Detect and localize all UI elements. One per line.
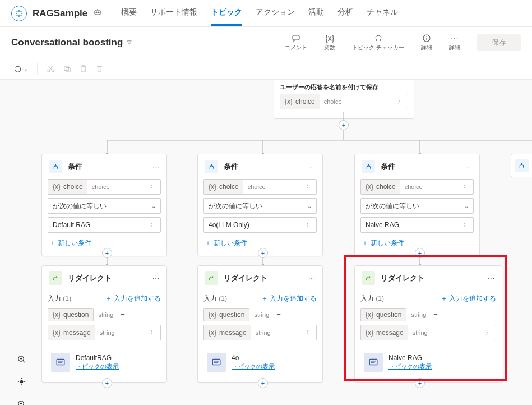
nav-support[interactable]: サポート情報 bbox=[150, 1, 197, 26]
nav-topics[interactable]: トピック bbox=[211, 1, 242, 26]
zoom-in-button[interactable] bbox=[12, 348, 30, 370]
topic-checker-button[interactable]: トピック チェッカー bbox=[352, 34, 404, 52]
svg-point-5 bbox=[48, 70, 50, 72]
save-button[interactable]: 保存 bbox=[477, 34, 521, 51]
topic-icon bbox=[51, 353, 70, 372]
zoom-out-button[interactable] bbox=[12, 393, 30, 405]
fit-button[interactable] bbox=[12, 370, 30, 393]
checker-label: トピック チェッカー bbox=[352, 44, 404, 52]
subheader-tools: コメント {x} 変数 トピック チェッカー 詳細 ··· 詳細 保存 bbox=[285, 34, 521, 52]
input-variable[interactable]: {x}question bbox=[360, 308, 406, 321]
svg-point-6 bbox=[52, 70, 54, 72]
nav-actions[interactable]: アクション bbox=[256, 1, 295, 26]
branch-icon bbox=[205, 160, 218, 173]
condition-value[interactable]: 4o(LLM Only)〉 bbox=[203, 217, 317, 233]
node-more-icon[interactable]: ··· bbox=[488, 274, 495, 282]
node-more-icon[interactable]: ··· bbox=[308, 163, 316, 171]
input-value[interactable]: {x}messagestring〉 bbox=[48, 325, 161, 340]
variable-icon: {x} bbox=[285, 98, 293, 105]
svg-rect-7 bbox=[64, 66, 69, 71]
condition-operator[interactable]: が次の値に等しい⌄ bbox=[48, 198, 161, 214]
main-nav: 概要 サポート情報 トピック アクション 活動 分析 チャネル bbox=[121, 1, 398, 26]
delete-button[interactable] bbox=[93, 62, 106, 75]
flow-canvas[interactable]: ユーザーの応答を名前を付けて保存 {x}choice choice 〉 + + … bbox=[0, 80, 532, 405]
add-node-button[interactable]: + bbox=[339, 120, 349, 130]
redirect-node-3[interactable]: リダイレクト ··· 入力 (1)＋入力を追加する {x}questionstr… bbox=[354, 265, 502, 383]
comments-button[interactable]: コメント bbox=[285, 34, 307, 52]
details-button-2[interactable]: ··· 詳細 bbox=[449, 34, 460, 52]
nav-overview[interactable]: 概要 bbox=[121, 1, 137, 26]
target-name: DefaultRAG bbox=[76, 354, 119, 362]
condition-variable[interactable]: {x}choicechoice〉 bbox=[203, 179, 317, 195]
redirect-node-1[interactable]: リダイレクト ··· 入力 (1)＋入力を追加する {x}questionstr… bbox=[41, 265, 167, 383]
bot-icon[interactable] bbox=[93, 8, 102, 19]
redirect-icon bbox=[205, 271, 218, 285]
condition-node-extra[interactable] bbox=[511, 154, 532, 177]
svg-point-1 bbox=[96, 12, 97, 13]
target-name: 4o bbox=[232, 354, 275, 362]
cut-button[interactable] bbox=[44, 62, 57, 75]
input-variable[interactable]: {x}question bbox=[203, 308, 249, 321]
svg-rect-9 bbox=[81, 66, 86, 72]
condition-value[interactable]: Default RAG〉 bbox=[48, 217, 161, 233]
redirect-target[interactable]: DefaultRAGトピックの表示 bbox=[48, 348, 161, 376]
target-name: Naive RAG bbox=[388, 354, 432, 362]
add-node-button[interactable]: + bbox=[102, 248, 112, 258]
node-title: リダイレクト bbox=[68, 273, 147, 283]
details-button-1[interactable]: 詳細 bbox=[421, 34, 432, 52]
save-user-variable[interactable]: {x}choice choice 〉 bbox=[280, 94, 408, 109]
add-node-button[interactable]: + bbox=[415, 378, 425, 388]
add-input-button[interactable]: ＋入力を追加する bbox=[441, 294, 496, 303]
input-value[interactable]: {x}messagestring〉 bbox=[203, 325, 317, 340]
redirect-target[interactable]: 4oトピックの表示 bbox=[203, 348, 317, 376]
condition-value[interactable]: Naive RAG〉 bbox=[360, 217, 474, 233]
add-input-button[interactable]: ＋入力を追加する bbox=[261, 294, 317, 303]
condition-node-1[interactable]: 条件 ··· {x}choicechoice〉 が次の値に等しい⌄ Defaul… bbox=[41, 154, 167, 256]
app-icon bbox=[11, 6, 27, 21]
show-topic-link[interactable]: トピックの表示 bbox=[76, 363, 119, 370]
redirect-icon bbox=[362, 271, 375, 285]
condition-variable[interactable]: {x}choicechoice〉 bbox=[360, 179, 474, 195]
node-more-icon[interactable]: ··· bbox=[152, 163, 160, 171]
node-title: 条件 bbox=[68, 162, 147, 172]
var-type: choice bbox=[324, 98, 342, 105]
svg-rect-8 bbox=[66, 68, 71, 72]
save-user-response-node[interactable]: ユーザーの応答を名前を付けて保存 {x}choice choice 〉 bbox=[274, 80, 414, 119]
copy-button[interactable] bbox=[61, 62, 73, 75]
add-node-button[interactable]: + bbox=[258, 248, 268, 258]
node-more-icon[interactable]: ··· bbox=[308, 274, 316, 282]
add-node-button[interactable]: + bbox=[415, 248, 425, 258]
condition-node-3[interactable]: 条件 ··· {x}choicechoice〉 が次の値に等しい⌄ Naive … bbox=[354, 154, 480, 256]
add-node-button[interactable]: + bbox=[258, 378, 268, 388]
var-name: choice bbox=[295, 98, 315, 105]
input-value[interactable]: {x}messagestring〉 bbox=[360, 325, 496, 340]
condition-operator[interactable]: が次の値に等しい⌄ bbox=[360, 198, 474, 214]
node-title: リダイレクト bbox=[224, 273, 303, 283]
input-variable[interactable]: {x}question bbox=[48, 308, 94, 321]
paste-button[interactable] bbox=[77, 62, 90, 75]
nav-analytics[interactable]: 分析 bbox=[337, 1, 353, 26]
add-node-button[interactable]: + bbox=[102, 378, 112, 388]
node-more-icon[interactable]: ··· bbox=[152, 274, 160, 282]
show-topic-link[interactable]: トピックの表示 bbox=[232, 363, 275, 370]
nav-activity[interactable]: 活動 bbox=[308, 1, 324, 26]
condition-node-2[interactable]: 条件 ··· {x}choicechoice〉 が次の値に等しい⌄ 4o(LLM… bbox=[197, 154, 323, 256]
zoom-rail bbox=[12, 348, 30, 405]
branch-icon bbox=[515, 159, 529, 172]
show-topic-link[interactable]: トピックの表示 bbox=[388, 363, 432, 370]
nav-channels[interactable]: チャネル bbox=[367, 1, 398, 26]
condition-operator[interactable]: が次の値に等しい⌄ bbox=[203, 198, 317, 214]
redirect-target[interactable]: Naive RAGトピックの表示 bbox=[360, 348, 496, 376]
node-more-icon[interactable]: ··· bbox=[465, 163, 473, 171]
node-title: 条件 bbox=[381, 162, 460, 172]
chevron-down-icon[interactable]: ▽ bbox=[127, 39, 132, 45]
save-user-label: ユーザーの応答を名前を付けて保存 bbox=[280, 83, 408, 91]
comments-label: コメント bbox=[285, 44, 307, 52]
undo-button[interactable]: ⌄ bbox=[11, 62, 30, 76]
condition-variable[interactable]: {x}choicechoice〉 bbox=[48, 179, 161, 195]
variables-button[interactable]: {x} 変数 bbox=[324, 34, 335, 52]
redirect-node-2[interactable]: リダイレクト ··· 入力 (1)＋入力を追加する {x}questionstr… bbox=[197, 265, 323, 383]
redirect-icon bbox=[49, 271, 62, 285]
add-input-button[interactable]: ＋入力を追加する bbox=[105, 294, 161, 303]
details-label-2: 詳細 bbox=[449, 44, 460, 52]
